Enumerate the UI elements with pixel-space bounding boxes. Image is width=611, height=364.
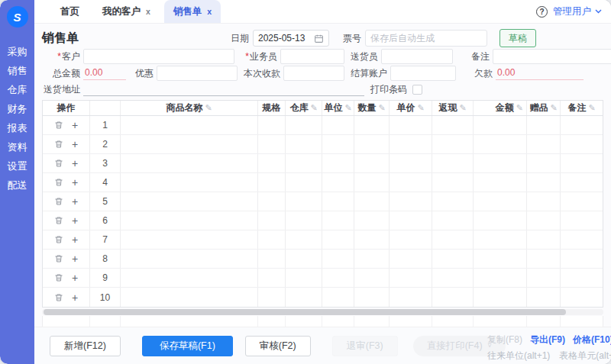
delete-row-icon[interactable]	[54, 235, 63, 244]
grid-cell[interactable]	[322, 135, 354, 153]
grid-cell[interactable]	[354, 135, 390, 153]
grid-cell[interactable]	[561, 230, 603, 249]
account-input[interactable]	[390, 66, 456, 81]
grid-cell[interactable]	[258, 250, 286, 268]
grid-cell[interactable]	[390, 230, 432, 249]
add-row-icon[interactable]: +	[72, 120, 78, 130]
grid-cell[interactable]	[322, 230, 354, 249]
add-row-icon[interactable]: +	[72, 234, 78, 245]
button-audit[interactable]: 审核(F2)	[245, 336, 311, 356]
grid-cell[interactable]	[390, 211, 432, 230]
grid-cell[interactable]	[561, 173, 603, 192]
add-row-icon[interactable]: +	[72, 272, 78, 283]
grid-cell[interactable]	[354, 211, 390, 230]
grid-cell[interactable]	[561, 192, 603, 211]
grid-cell[interactable]	[286, 288, 322, 307]
grid-cell[interactable]	[354, 173, 390, 192]
grid-cell[interactable]	[561, 116, 603, 134]
grid-cell[interactable]	[354, 116, 390, 134]
grid-cell[interactable]	[121, 192, 258, 211]
button-add[interactable]: 新增(F12)	[50, 336, 121, 356]
delete-row-icon[interactable]	[54, 159, 63, 168]
grid-cell[interactable]	[354, 154, 390, 172]
grid-cell[interactable]	[390, 116, 432, 134]
grid-cell[interactable]	[121, 173, 258, 192]
add-row-icon[interactable]: +	[72, 196, 78, 207]
grid-cell[interactable]	[121, 211, 258, 230]
grid-cell[interactable]	[390, 250, 432, 268]
horizontal-scrollbar-track[interactable]	[42, 309, 603, 315]
delete-row-icon[interactable]	[54, 216, 63, 225]
edit-column-icon[interactable]: ✎	[205, 103, 212, 113]
sidebar-item[interactable]: 设置	[8, 156, 27, 176]
grid-cell[interactable]	[561, 211, 603, 230]
grid-cell[interactable]	[286, 135, 322, 153]
edit-column-icon[interactable]: ✎	[417, 103, 424, 113]
grid-cell[interactable]	[286, 250, 322, 268]
grid-cell[interactable]	[121, 250, 258, 268]
grid-cell[interactable]	[354, 192, 390, 211]
grid-cell[interactable]	[258, 192, 286, 211]
edit-column-icon[interactable]: ✎	[550, 103, 557, 113]
print-barcode-checkbox[interactable]	[412, 85, 422, 95]
edit-column-icon[interactable]: ✎	[310, 103, 317, 113]
sidebar-item[interactable]: 报表	[8, 118, 27, 137]
grid-cell[interactable]	[432, 116, 474, 134]
grid-cell[interactable]	[390, 173, 432, 192]
grid-cell[interactable]	[322, 211, 354, 230]
received-input[interactable]	[283, 66, 344, 81]
add-row-icon[interactable]: +	[72, 177, 78, 188]
grid-cell[interactable]	[432, 250, 474, 268]
grid-cell[interactable]	[286, 230, 322, 249]
grid-cell[interactable]	[286, 211, 322, 230]
grid-cell[interactable]	[474, 269, 527, 287]
grid-cell[interactable]	[432, 192, 474, 211]
customer-input[interactable]	[83, 49, 234, 64]
remark-input[interactable]	[493, 49, 611, 64]
grid-cell[interactable]	[322, 288, 354, 307]
grid-cell[interactable]	[322, 154, 354, 172]
edit-column-icon[interactable]: ✎	[588, 103, 595, 113]
grid-cell[interactable]	[474, 192, 527, 211]
grid-cell[interactable]	[561, 135, 603, 153]
grid-cell[interactable]	[258, 173, 286, 192]
grid-cell[interactable]	[322, 250, 354, 268]
grid-cell[interactable]	[121, 154, 258, 172]
grid-cell[interactable]	[390, 135, 432, 153]
grid-cell[interactable]	[474, 230, 527, 249]
grid-cell[interactable]	[258, 135, 286, 153]
grid-cell[interactable]	[561, 288, 603, 307]
grid-cell[interactable]	[121, 288, 258, 307]
user-menu[interactable]: 管理用户	[553, 5, 602, 18]
grid-cell[interactable]	[121, 269, 258, 287]
grid-cell[interactable]	[527, 230, 561, 249]
grid-cell[interactable]	[390, 288, 432, 307]
grid-cell[interactable]	[474, 116, 527, 134]
sidebar-item[interactable]: 采购	[8, 42, 27, 61]
grid-cell[interactable]	[286, 116, 322, 134]
grid-cell[interactable]	[474, 135, 527, 153]
add-row-icon[interactable]: +	[72, 215, 78, 226]
grid-cell[interactable]	[354, 230, 390, 249]
grid-cell[interactable]	[561, 154, 603, 172]
delete-row-icon[interactable]	[54, 121, 63, 130]
add-row-icon[interactable]: +	[72, 292, 78, 303]
grid-cell[interactable]	[474, 154, 527, 172]
add-row-icon[interactable]: +	[72, 139, 78, 150]
grid-cell[interactable]	[286, 154, 322, 172]
grid-cell[interactable]	[432, 211, 474, 230]
grid-cell[interactable]	[258, 154, 286, 172]
grid-cell[interactable]	[527, 288, 561, 307]
grid-cell[interactable]	[121, 116, 258, 134]
edit-column-icon[interactable]: ✎	[378, 103, 385, 113]
grid-cell[interactable]	[322, 173, 354, 192]
delete-row-icon[interactable]	[54, 140, 63, 149]
add-row-icon[interactable]: +	[72, 253, 78, 264]
grid-cell[interactable]	[527, 211, 561, 230]
delete-row-icon[interactable]	[54, 254, 63, 263]
grid-cell[interactable]	[121, 135, 258, 153]
edit-column-icon[interactable]: ✎	[344, 103, 351, 113]
sidebar-item[interactable]: 财务	[8, 99, 27, 118]
grid-cell[interactable]	[258, 288, 286, 307]
horizontal-scrollbar-thumb[interactable]	[44, 309, 566, 315]
